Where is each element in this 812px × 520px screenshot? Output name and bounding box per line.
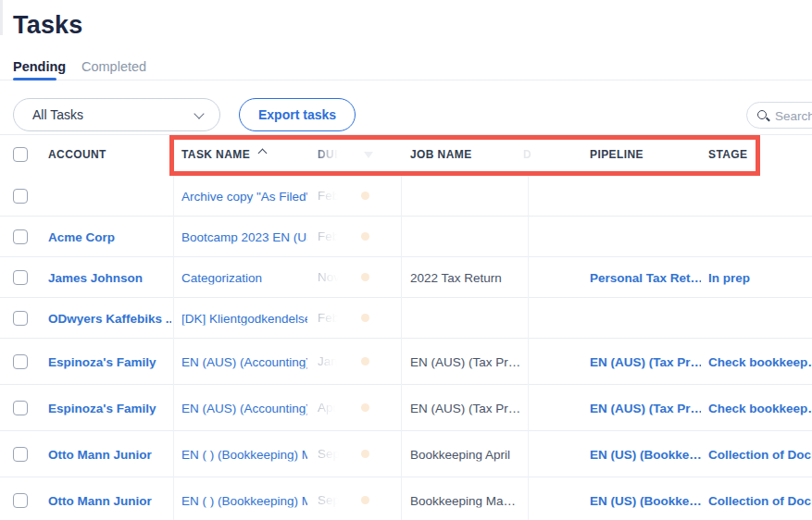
due-date-text: Feb [318, 309, 339, 328]
due-date-cell: Apr [318, 399, 401, 417]
column-separator [401, 176, 402, 520]
table-row: Acme Corp Bootcamp 2023 EN (US) Feb [0, 217, 812, 257]
due-date-text: Nov [318, 268, 340, 287]
table-row: Archive copy "As Filed" Feb [0, 176, 812, 217]
column-header-job-name[interactable]: JOB NAME [410, 134, 472, 176]
due-date-text: Sep [318, 491, 340, 510]
due-date-cell: Sep [318, 491, 401, 510]
due-date-text: Feb [318, 228, 339, 246]
pipeline-link[interactable]: EN (AUS) (Tax Pr… [590, 401, 701, 415]
row-checkbox[interactable] [13, 311, 28, 326]
account-link[interactable]: James Johnson [48, 270, 171, 284]
chevron-down-icon [194, 108, 204, 118]
active-tab-underline [13, 78, 56, 80]
task-name-link[interactable]: Bootcamp 2023 EN (US) [181, 229, 307, 243]
job-name-text: Bookkeeping April [410, 447, 521, 461]
overdue-dot-icon [361, 192, 369, 200]
table-row: Otto Mann Junior EN ( ) (Bookkeeping) Mo… [0, 477, 812, 520]
account-link[interactable]: Espinoza's Family [48, 354, 171, 368]
row-checkbox[interactable] [13, 229, 28, 244]
left-edge-sliver [0, 0, 3, 35]
table-body: Archive copy "As Filed" Feb Acme Corp Bo… [0, 176, 812, 520]
due-date-text: Apr [318, 399, 337, 417]
stage-link[interactable]: Collection of Doc… [708, 447, 812, 461]
column-header-faded: D [523, 134, 531, 176]
column-separator [528, 176, 529, 520]
job-name-text: EN (AUS) (Tax Pr… [410, 401, 521, 415]
account-link[interactable]: Acme Corp [48, 229, 171, 243]
due-date-text: Sep [318, 445, 340, 464]
export-tasks-button[interactable]: Export tasks [239, 98, 356, 131]
task-name-link[interactable]: Archive copy "As Filed" [181, 189, 307, 203]
sort-ascending-icon [258, 149, 268, 158]
overdue-dot-icon [361, 314, 369, 322]
due-date-cell: Jan [318, 353, 401, 371]
due-date-cell: Feb [318, 228, 401, 246]
column-separator [173, 176, 174, 520]
due-date-cell: Sep [318, 445, 401, 464]
due-date-cell: Feb [318, 309, 401, 328]
job-name-text: 2022 Tax Return [410, 270, 521, 284]
search-box[interactable] [746, 102, 812, 129]
job-name-text: Bookkeeping Ma… [410, 493, 521, 507]
tasks-page: Tasks Pending Completed All Tasks Export… [0, 0, 812, 520]
overdue-dot-icon [361, 403, 369, 412]
page-title: Tasks [13, 11, 83, 40]
task-name-link[interactable]: EN ( ) (Bookkeeping) Mo [181, 447, 307, 461]
due-date-text: Jan [318, 353, 338, 371]
tasks-filter-dropdown[interactable]: All Tasks [13, 98, 220, 131]
due-date-cell: Nov [318, 268, 401, 287]
tab-pending[interactable]: Pending [13, 59, 66, 74]
table-row: Espinoza's Family EN (AUS) (Accounting) … [0, 339, 812, 385]
task-name-link[interactable]: [DK] Klientgodkendelse [181, 311, 307, 325]
column-header-pipeline[interactable]: PIPELINE [590, 134, 643, 176]
filter-funnel-icon [364, 152, 373, 158]
stage-link[interactable]: Collection of Doc… [708, 493, 812, 507]
overdue-dot-icon [361, 273, 369, 281]
filter-selected-value: All Tasks [32, 99, 83, 130]
column-header-task-name[interactable]: TASK NAME [181, 134, 266, 176]
search-icon [757, 110, 767, 119]
task-name-link[interactable]: EN (AUS) (Accounting) B [181, 354, 307, 368]
row-checkbox[interactable] [13, 189, 28, 204]
account-link[interactable]: Otto Mann Junior [48, 447, 171, 461]
search-input[interactable] [773, 105, 812, 128]
job-name-text: EN (AUS) (Tax Pr… [410, 354, 521, 368]
stage-link[interactable]: In prep [708, 270, 812, 284]
table-row: James Johnson Categorization Nov 2022 Ta… [0, 257, 812, 298]
column-header-account[interactable]: ACCOUNT [48, 134, 106, 176]
overdue-dot-icon [361, 496, 369, 504]
column-header-due-date[interactable]: DUE [318, 134, 343, 176]
overdue-dot-icon [361, 357, 369, 365]
tabs-divider [0, 80, 812, 80]
task-name-link[interactable]: EN ( ) (Bookkeeping) Mo [181, 493, 307, 507]
tab-completed[interactable]: Completed [81, 59, 146, 74]
account-link[interactable]: ODwyers Kaffebiks ... [48, 311, 171, 325]
account-link[interactable]: Espinoza's Family [48, 401, 171, 415]
table-row: Otto Mann Junior EN ( ) (Bookkeeping) Mo… [0, 431, 812, 477]
pipeline-link[interactable]: EN (US) (Bookke… [590, 493, 701, 507]
column-header-stage[interactable]: STAGE [708, 134, 747, 176]
select-all-checkbox[interactable] [13, 147, 28, 162]
pipeline-link[interactable]: Personal Tax Ret… [590, 270, 701, 284]
stage-link[interactable]: Check bookkeep… [708, 401, 812, 415]
row-checkbox[interactable] [13, 270, 28, 285]
column-header-task-name-label: TASK NAME [181, 148, 250, 161]
pipeline-link[interactable]: EN (US) (Bookke… [590, 447, 701, 461]
account-link[interactable]: Otto Mann Junior [48, 493, 171, 507]
overdue-dot-icon [361, 450, 369, 458]
overdue-dot-icon [361, 232, 369, 241]
stage-link[interactable]: Check bookkeep… [708, 354, 812, 368]
table-header-row: ACCOUNT TASK NAME DUE JOB NAME D PIPELIN… [0, 134, 812, 176]
task-name-link[interactable]: EN (AUS) (Accounting) B [181, 401, 307, 415]
row-checkbox[interactable] [13, 401, 28, 415]
row-checkbox[interactable] [13, 447, 28, 462]
due-date-text: Feb [318, 187, 339, 205]
pipeline-link[interactable]: EN (AUS) (Tax Pr… [590, 354, 701, 368]
table-row: Espinoza's Family EN (AUS) (Accounting) … [0, 385, 812, 431]
table-row: ODwyers Kaffebiks ... [DK] Klientgodkend… [0, 298, 812, 339]
due-date-cell: Feb [318, 187, 401, 205]
task-name-link[interactable]: Categorization [181, 270, 307, 284]
row-checkbox[interactable] [13, 493, 28, 508]
row-checkbox[interactable] [13, 354, 28, 369]
